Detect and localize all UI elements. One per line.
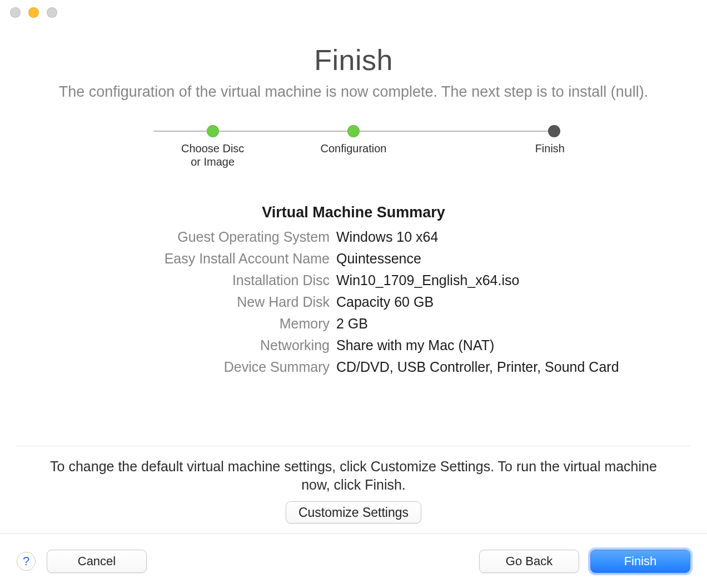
- page-subtitle: The configuration of the virtual machine…: [59, 82, 649, 102]
- step-dot-icon: [207, 125, 219, 137]
- cancel-button[interactable]: Cancel: [47, 550, 147, 573]
- help-button[interactable]: ?: [17, 552, 36, 571]
- page-title: Finish: [314, 43, 393, 77]
- finish-button[interactable]: Finish: [590, 550, 690, 573]
- summary-heading: Virtual Machine Summary: [0, 204, 707, 221]
- step-choose-disc: Choose Disc or Image: [142, 125, 283, 168]
- go-back-button[interactable]: Go Back: [479, 550, 579, 573]
- wizard-stepper: Choose Disc or Image Configuration Finis…: [142, 125, 565, 168]
- summary-value: Windows 10 x64: [336, 229, 707, 245]
- summary-label: Device Summary: [0, 359, 330, 375]
- summary-value: Win10_1709_English_x64.iso: [336, 272, 707, 288]
- summary-label: Guest Operating System: [0, 229, 330, 245]
- hint-text: To change the default virtual machine se…: [44, 457, 663, 494]
- summary-value: Share with my Mac (NAT): [336, 337, 707, 353]
- summary-value: CD/DVD, USB Controller, Printer, Sound C…: [336, 359, 707, 375]
- summary-label: Easy Install Account Name: [0, 251, 330, 267]
- hint-section: To change the default virtual machine se…: [17, 446, 690, 524]
- summary-value: Capacity 60 GB: [336, 294, 707, 310]
- step-label: Finish: [535, 142, 565, 155]
- window-zoom-button[interactable]: [47, 7, 57, 18]
- window-titlebar: [0, 0, 707, 24]
- step-dot-icon: [347, 125, 360, 137]
- summary-label: New Hard Disk: [0, 294, 330, 310]
- summary-label: Networking: [0, 337, 330, 353]
- step-configuration: Configuration: [283, 125, 424, 168]
- step-label: Choose Disc or Image: [181, 142, 244, 168]
- step-finish: Finish: [424, 125, 565, 168]
- summary-label: Memory: [0, 316, 330, 332]
- customize-settings-button[interactable]: Customize Settings: [286, 501, 421, 524]
- vm-summary: Virtual Machine Summary Guest Operating …: [0, 204, 707, 375]
- step-label: Configuration: [321, 142, 387, 155]
- step-dot-icon: [548, 125, 560, 137]
- window-close-button[interactable]: [10, 7, 21, 18]
- dialog-footer: ? Cancel Go Back Finish: [0, 534, 707, 588]
- summary-label: Installation Disc: [0, 272, 330, 288]
- window-minimize-button[interactable]: [28, 7, 39, 18]
- summary-value: 2 GB: [336, 316, 707, 332]
- help-icon: ?: [23, 554, 29, 569]
- summary-value: Quintessence: [336, 251, 707, 267]
- summary-grid: Guest Operating System Windows 10 x64 Ea…: [0, 229, 707, 375]
